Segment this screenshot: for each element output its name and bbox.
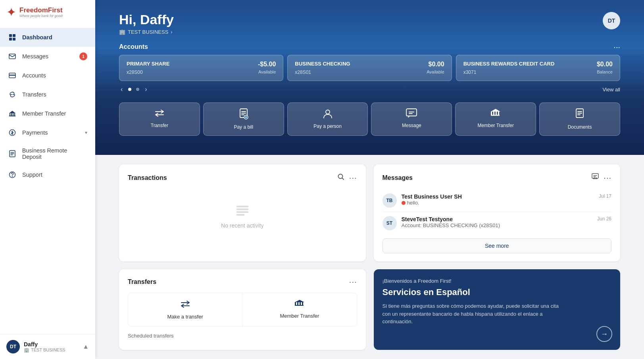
sidebar-item-payments[interactable]: Payments ▾ [0, 123, 95, 142]
transactions-header: Transactions ··· [128, 172, 357, 183]
action-label: Message [375, 123, 448, 128]
message-item[interactable]: ST SteveTest Testyone Account: BUSINESS … [383, 212, 612, 234]
svg-rect-38 [295, 305, 304, 306]
svg-rect-19 [406, 109, 417, 116]
account-amount: $0.00 [429, 61, 444, 68]
msg-preview: hello. [402, 200, 594, 206]
transactions-empty: No recent activity [128, 189, 357, 245]
sidebar-item-dashboard[interactable]: Dashboard [0, 28, 95, 47]
accounts-more-button[interactable]: ··· [613, 43, 620, 51]
svg-rect-23 [498, 112, 499, 115]
sidebar-item-accounts[interactable]: Accounts [0, 66, 95, 85]
svg-rect-6 [9, 75, 15, 76]
sidebar: ✦ FreedomFirst Where people bank for goo… [0, 0, 95, 359]
messages-more-button[interactable]: ··· [604, 173, 611, 182]
transactions-title: Transactions [128, 174, 167, 181]
avatar: DT [6, 340, 20, 353]
hero-banner: Hi, Daffy 🏢 TEST BUSINESS › DT Accounts … [95, 0, 644, 155]
svg-rect-34 [297, 302, 298, 305]
svg-rect-30 [236, 211, 248, 213]
action-message[interactable]: Message [371, 102, 452, 136]
account-amount: $0.00 [597, 61, 613, 68]
hero-greeting-block: Hi, Daffy 🏢 TEST BUSINESS › [119, 12, 174, 35]
action-documents[interactable]: Documents [539, 102, 620, 136]
make-transfer-label: Make a transfer [167, 314, 203, 320]
sidebar-item-label: Transfers [22, 91, 46, 98]
dollar-icon [8, 128, 17, 137]
accounts-title: Accounts [119, 43, 148, 50]
msg-date: Jun 26 [597, 216, 611, 222]
help-icon [8, 170, 17, 179]
member-transfer-option[interactable]: Member Transfer [242, 293, 356, 326]
search-button[interactable] [336, 172, 345, 183]
dot-1 [128, 88, 131, 91]
promo-arrow-button[interactable]: → [596, 326, 612, 342]
svg-rect-36 [302, 302, 303, 305]
svg-rect-3 [13, 38, 15, 41]
list-icon [236, 205, 249, 219]
hero-greeting: Hi, Daffy [119, 12, 174, 27]
sidebar-item-business-remote-deposit[interactable]: Business Remote Deposit [0, 142, 95, 165]
hero-business-link[interactable]: 🏢 TEST BUSINESS › [119, 29, 174, 35]
svg-rect-28 [236, 206, 248, 207]
transfer-options: Make a transfer Member Transfer [128, 293, 357, 326]
see-more-button[interactable]: See more [383, 238, 612, 253]
make-transfer-option[interactable]: Make a transfer [128, 293, 242, 326]
transactions-more-button[interactable]: ··· [349, 173, 357, 182]
messages-title: Messages [383, 174, 413, 181]
transfers-title: Transfers [128, 278, 156, 286]
main-content: Hi, Daffy 🏢 TEST BUSINESS › DT Accounts … [95, 0, 644, 359]
star-icon: ✦ [6, 6, 16, 18]
sidebar-item-support[interactable]: Support [0, 165, 95, 184]
msg-date: Jul 17 [599, 193, 611, 199]
account-card-business-checking[interactable]: BUSINESS CHECKING $0.00 x28S01 Available [287, 55, 452, 81]
sidebar-item-member-transfer[interactable]: Member Transfer [0, 104, 95, 123]
transfers-more-button[interactable]: ··· [349, 277, 357, 286]
pay-bill-icon [208, 108, 280, 122]
sidebar-item-messages[interactable]: Messages 1 [0, 47, 95, 66]
transfer-opt-icon [180, 299, 191, 311]
accounts-cards: PRIMARY SHARE -$5.00 x28S00 Available BU… [119, 55, 620, 81]
msg-sender: SteveTest Testyone [402, 216, 592, 222]
svg-rect-2 [9, 38, 12, 41]
sidebar-item-label: Dashboard [22, 34, 52, 41]
messages-widget: Messages ··· TB Test Business User SH he… [374, 164, 621, 261]
brand-name: FreedomFirst Where people bank for good! [19, 7, 63, 18]
account-card-primary-share[interactable]: PRIMARY SHARE -$5.00 x28S00 Available [119, 55, 283, 81]
footer-info: Daffy 🏢 TEST BUSINESS [24, 341, 79, 353]
svg-rect-4 [9, 54, 15, 59]
hero-avatar[interactable]: DT [603, 12, 620, 29]
action-member-transfer[interactable]: Member Transfer [455, 102, 536, 136]
compose-button[interactable] [591, 172, 600, 183]
pagination-next[interactable]: › [143, 85, 148, 94]
svg-rect-0 [9, 34, 12, 37]
action-pay-person[interactable]: Pay a person [287, 102, 368, 136]
sidebar-footer[interactable]: DT Daffy 🏢 TEST BUSINESS ▲ [0, 334, 95, 359]
building-icon: 🏢 [24, 347, 29, 353]
promo-widget: ¡Bienvenidos a Freedom First! Servicios … [374, 269, 621, 350]
dot-2 [136, 88, 139, 91]
dashboard-content: Transactions ··· No recent activity Mess… [95, 155, 644, 359]
brand-title: FreedomFirst [19, 7, 63, 14]
svg-point-18 [326, 110, 330, 114]
pagination-prev[interactable]: ‹ [119, 85, 124, 94]
message-item[interactable]: TB Test Business User SH hello. Jul 17 [383, 189, 612, 212]
sidebar-item-label: Support [22, 172, 42, 178]
sidebar-item-label: Business Remote Deposit [22, 147, 87, 160]
messages-header: Messages ··· [383, 172, 612, 183]
account-name: PRIMARY SHARE [127, 61, 169, 67]
action-label: Member Transfer [459, 123, 532, 128]
account-label: Balance [597, 69, 613, 74]
action-transfer[interactable]: Transfer [119, 102, 200, 136]
sidebar-item-label: Payments [22, 129, 48, 136]
sidebar-item-transfers[interactable]: Transfers [0, 85, 95, 104]
account-label: Available [258, 69, 276, 74]
pagination-row: ‹ › View all [119, 81, 620, 96]
scheduled-transfers-header: Scheduled transfers [128, 333, 357, 339]
account-card-business-rewards[interactable]: BUSINESS REWARDS CREDIT CARD $0.00 x3071… [456, 55, 620, 81]
action-pay-bill[interactable]: Pay a bill [203, 102, 284, 136]
promo-subtitle: ¡Bienvenidos a Freedom First! [383, 278, 612, 284]
view-all-link[interactable]: View all [602, 87, 620, 93]
svg-marker-24 [491, 109, 500, 112]
svg-rect-1 [13, 34, 15, 37]
